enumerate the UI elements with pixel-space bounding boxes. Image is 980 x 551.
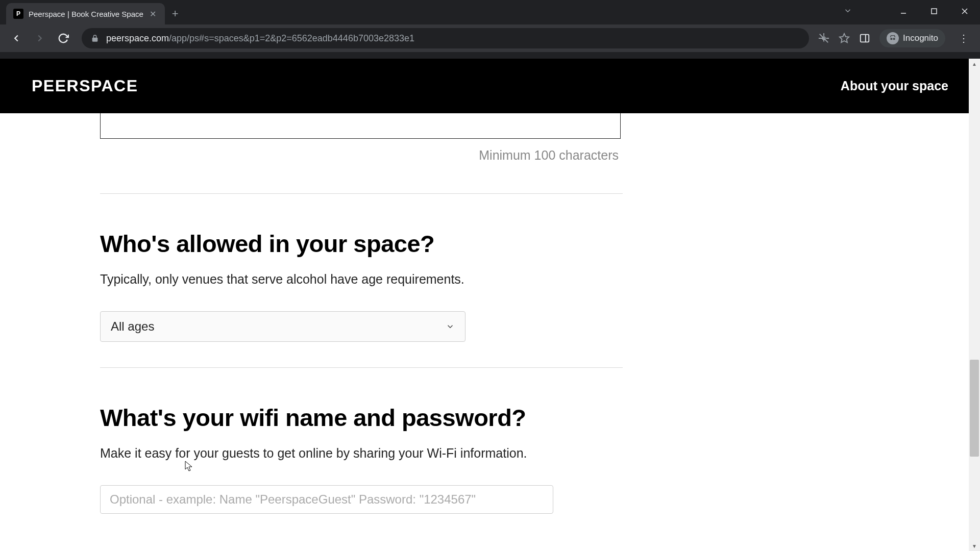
description-textarea[interactable]	[100, 113, 621, 139]
window-minimize-icon[interactable]	[888, 0, 919, 22]
wifi-section-sub: Make it easy for your guests to get onli…	[100, 446, 615, 461]
tab-title: Peerspace | Book Creative Space	[29, 10, 143, 18]
incognito-badge[interactable]: Incognito	[879, 29, 945, 47]
page-header: PEERSPACE About your space	[0, 59, 980, 113]
header-step-title: About your space	[841, 79, 948, 93]
chevron-down-icon	[446, 322, 455, 331]
incognito-icon	[887, 32, 899, 44]
address-bar[interactable]: peerspace.com/app/ps#s=spaces&p1=2&p2=65…	[82, 28, 809, 48]
window-controls	[888, 0, 980, 22]
browser-chrome: P Peerspace | Book Creative Space ✕ +	[0, 0, 980, 59]
wifi-section-heading: What's your wifi name and password?	[100, 404, 615, 432]
svg-rect-7	[861, 35, 869, 42]
reload-button[interactable]	[54, 29, 72, 47]
logo[interactable]: PEERSPACE	[32, 77, 138, 95]
lock-icon	[91, 34, 99, 42]
tab-favicon: P	[13, 9, 23, 19]
page-scrollbar[interactable]: ▲ ▼	[969, 59, 980, 551]
scroll-up-icon[interactable]: ▲	[969, 59, 980, 69]
svg-rect-1	[932, 9, 937, 14]
forward-button[interactable]	[31, 29, 49, 47]
tab-search-icon[interactable]	[843, 6, 852, 15]
svg-point-9	[890, 38, 892, 40]
svg-marker-6	[840, 34, 849, 42]
section-divider	[100, 367, 623, 368]
age-section-sub: Typically, only venues that serve alcoho…	[100, 272, 615, 287]
wifi-input[interactable]	[100, 485, 553, 514]
age-section-heading: Who's allowed in your space?	[100, 230, 615, 258]
bookmark-icon[interactable]	[839, 33, 850, 44]
content-wrapper: Minimum 100 characters Who's allowed in …	[0, 113, 980, 551]
scrollbar-thumb[interactable]	[970, 360, 979, 457]
section-divider	[100, 193, 623, 194]
toolbar-right: Incognito ⋮	[818, 29, 973, 47]
browser-tab[interactable]: P Peerspace | Book Creative Space ✕	[6, 3, 165, 24]
tab-close-icon[interactable]: ✕	[149, 9, 158, 19]
age-select-value: All ages	[111, 319, 154, 334]
back-button[interactable]	[7, 29, 26, 47]
url-text: peerspace.com/app/ps#s=spaces&p1=2&p2=65…	[106, 33, 414, 44]
tracking-icon[interactable]	[818, 33, 829, 44]
min-chars-helper: Minimum 100 characters	[100, 148, 619, 163]
tab-bar: P Peerspace | Book Creative Space ✕ +	[0, 0, 980, 24]
browser-toolbar: peerspace.com/app/ps#s=spaces&p1=2&p2=65…	[0, 24, 980, 52]
new-tab-button[interactable]: +	[172, 7, 179, 20]
side-panel-icon[interactable]	[859, 33, 870, 44]
form-content: Minimum 100 characters Who's allowed in …	[0, 113, 715, 514]
browser-menu-icon[interactable]: ⋮	[954, 32, 973, 44]
svg-point-10	[893, 38, 895, 40]
age-select[interactable]: All ages	[100, 311, 465, 342]
window-maximize-icon[interactable]	[919, 0, 949, 22]
scroll-down-icon[interactable]: ▼	[969, 541, 980, 551]
incognito-label: Incognito	[903, 33, 938, 43]
window-close-icon[interactable]	[949, 0, 980, 22]
